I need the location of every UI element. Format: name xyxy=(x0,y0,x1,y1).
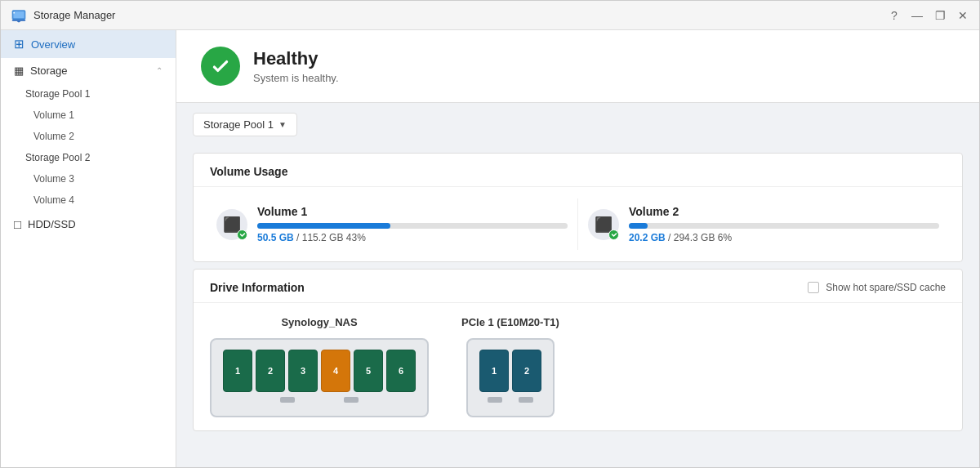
pool-dropdown-label: Storage Pool 1 xyxy=(203,118,274,131)
nas-drive-3: 3 xyxy=(288,350,318,392)
pcie-foot-left xyxy=(488,397,502,403)
sidebar-item-overview[interactable]: ⊞ Overview xyxy=(1,30,176,58)
nas-foot-right xyxy=(344,397,359,403)
app-window: Storage Manager ? — ❐ ✕ ⊞ Overview ▦ Sto… xyxy=(0,0,980,468)
nas-foot-left xyxy=(280,397,295,403)
volume-1-icon: ⬛ xyxy=(216,209,247,240)
health-status-icon xyxy=(201,47,240,86)
health-card: Healthy System is healthy. xyxy=(176,30,979,103)
volume-1-item: ⬛ Volume 1 xyxy=(207,198,577,250)
pcie-feet xyxy=(488,397,533,403)
overview-icon: ⊞ xyxy=(14,37,24,51)
storage-arrow-icon: ⌃ xyxy=(156,66,163,75)
sidebar-item-volume3[interactable]: Volume 3 xyxy=(1,168,176,189)
pool-selector-section: Storage Pool 1 ▼ xyxy=(176,103,979,146)
restore-button[interactable]: ❐ xyxy=(933,9,947,22)
pcie-device-group: PCIe 1 (E10M20-T1) 1 2 xyxy=(461,316,559,417)
volume-2-separator: / xyxy=(668,232,674,243)
nas-drive-4: 4 xyxy=(321,350,350,392)
window-title: Storage Manager xyxy=(33,9,881,21)
sidebar-item-volume4[interactable]: Volume 4 xyxy=(1,189,176,211)
volume-1-stats: 50.5 GB / 115.2 GB 43% xyxy=(257,232,568,243)
sidebar-item-volume1[interactable]: Volume 1 xyxy=(1,105,176,126)
sidebar-item-pool2[interactable]: Storage Pool 2 xyxy=(1,147,176,168)
pcie-drive-2: 2 xyxy=(512,350,541,392)
health-subtitle: System is healthy. xyxy=(253,72,339,84)
volume-2-icon: ⬛ xyxy=(588,209,619,240)
svg-rect-3 xyxy=(12,20,26,21)
drive-info-title: Drive Information xyxy=(210,281,305,294)
svg-marker-4 xyxy=(17,20,21,22)
sidebar-item-hdd-ssd[interactable]: □ HDD/SSD xyxy=(1,211,176,238)
sidebar-hdd-ssd-label: HDD/SSD xyxy=(28,218,76,230)
nas-drive-5: 5 xyxy=(354,350,383,392)
volume-usage-card: Volume Usage ⬛ Vol xyxy=(193,153,963,262)
sidebar-item-overview-label: Overview xyxy=(31,38,75,51)
sidebar-item-volume2[interactable]: Volume 2 xyxy=(1,126,176,147)
drive-info-header: Drive Information Show hot spare/SSD cac… xyxy=(194,270,962,303)
pcie-chassis: 1 2 xyxy=(466,338,555,417)
storage-icon: ▦ xyxy=(14,65,24,77)
app-icon xyxy=(11,7,27,24)
volume-2-name: Volume 2 xyxy=(629,205,939,218)
drive-content: Synology_NAS 1 2 3 4 5 6 xyxy=(194,303,962,430)
volume-1-name: Volume 1 xyxy=(257,205,568,218)
help-button[interactable]: ? xyxy=(888,9,901,22)
volume-2-ok-badge xyxy=(608,230,619,240)
app-body: ⊞ Overview ▦ Storage ⌃ Storage Pool 1 Vo… xyxy=(1,30,979,467)
hdd-ssd-icon: □ xyxy=(14,217,21,231)
sidebar-item-pool1[interactable]: Storage Pool 1 xyxy=(1,83,176,105)
volume-1-bar xyxy=(257,223,390,229)
nas-drive-2: 2 xyxy=(256,350,285,392)
volume-2-check-icon xyxy=(611,231,617,238)
sidebar-volume1-label: Volume 1 xyxy=(33,109,74,121)
title-bar: Storage Manager ? — ❐ ✕ xyxy=(1,1,979,30)
pcie-drive-1: 1 xyxy=(479,350,509,392)
sidebar-volume2-label: Volume 2 xyxy=(33,131,74,142)
volume-2-bar xyxy=(629,223,648,229)
volume-1-check-icon xyxy=(239,231,246,238)
volume-1-used: 50.5 GB xyxy=(257,232,294,243)
sidebar-pool1-label: Storage Pool 1 xyxy=(25,88,90,100)
svg-point-2 xyxy=(13,11,15,13)
nas-device-group: Synology_NAS 1 2 3 4 5 6 xyxy=(210,316,429,417)
hot-spare-label: Show hot spare/SSD cache xyxy=(826,282,946,293)
svg-rect-1 xyxy=(13,11,24,18)
sidebar-item-storage[interactable]: ▦ Storage ⌃ xyxy=(1,58,176,83)
volume-usage-header: Volume Usage xyxy=(194,154,962,187)
hot-spare-toggle[interactable]: Show hot spare/SSD cache xyxy=(808,282,946,293)
sidebar-volume3-label: Volume 3 xyxy=(33,173,74,185)
nas-chassis: 1 2 3 4 5 6 xyxy=(210,338,429,417)
volume-1-separator: / xyxy=(296,232,302,243)
window-controls: ? — ❐ ✕ xyxy=(888,9,969,22)
volumes-row: ⬛ Volume 1 xyxy=(194,187,962,261)
volume-1-percent: 43 xyxy=(346,232,357,243)
pool-dropdown-arrow-icon: ▼ xyxy=(278,120,287,129)
volume-1-pct-sign: % xyxy=(357,232,366,243)
hot-spare-checkbox[interactable] xyxy=(808,282,819,293)
drive-info-card: Drive Information Show hot spare/SSD cac… xyxy=(193,269,963,431)
close-button[interactable]: ✕ xyxy=(956,9,969,22)
volume-2-info: Volume 2 20.2 GB / 294.3 GB 6% xyxy=(629,205,939,243)
sidebar-storage-label: Storage xyxy=(30,65,68,77)
pool-dropdown[interactable]: Storage Pool 1 ▼ xyxy=(193,113,297,136)
nas-drives-row: 1 2 3 4 5 6 xyxy=(223,350,416,392)
sidebar-volume4-label: Volume 4 xyxy=(33,194,74,206)
main-content: Healthy System is healthy. Storage Pool … xyxy=(176,30,979,467)
volume-1-ok-badge xyxy=(237,230,247,240)
volume-2-item: ⬛ Volume 2 xyxy=(577,198,949,250)
sidebar-pool2-label: Storage Pool 2 xyxy=(25,152,90,163)
volume-1-info: Volume 1 50.5 GB / 115.2 GB 43% xyxy=(257,205,568,243)
minimize-button[interactable]: — xyxy=(911,9,924,22)
volume-2-bar-wrap xyxy=(629,223,939,229)
volume-2-total: 294.3 GB xyxy=(674,232,715,243)
pcie-foot-right xyxy=(519,397,533,403)
nas-feet xyxy=(280,397,359,403)
sidebar: ⊞ Overview ▦ Storage ⌃ Storage Pool 1 Vo… xyxy=(1,30,176,467)
checkmark-icon xyxy=(210,56,231,77)
nas-label: Synology_NAS xyxy=(281,316,357,328)
volume-2-pct-sign: % xyxy=(723,232,732,243)
nas-drive-1: 1 xyxy=(223,350,252,392)
volume-2-used: 20.2 GB xyxy=(629,232,666,243)
health-title: Healthy xyxy=(253,48,339,69)
